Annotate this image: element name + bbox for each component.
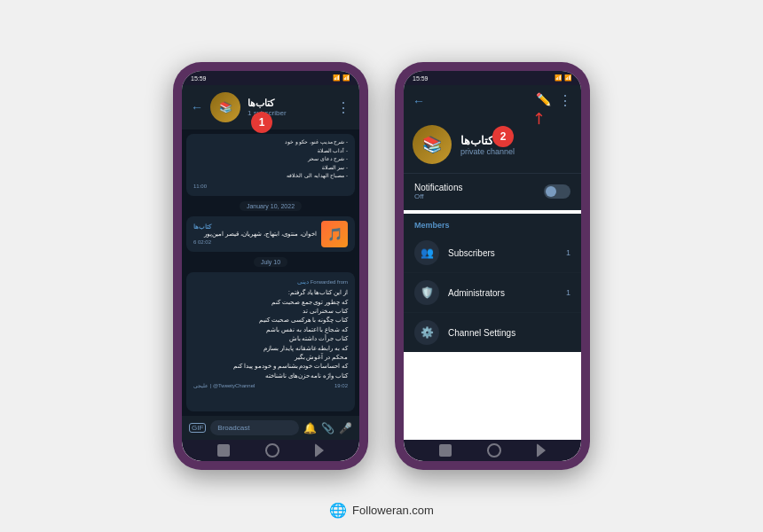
menu-icon-right[interactable]: ⋮ [558,92,572,109]
globe-icon: 🌐 [329,502,347,519]
channel-name-left: کتاب‌ها [248,98,329,109]
channel-avatar-left: 📚 [210,92,240,122]
nav-square[interactable] [217,444,230,457]
media-thumbnail: 🎵 [321,221,348,247]
msg-line: - مصباح الهدایه الی الخلافه [193,172,348,181]
notifications-title: Notifications [414,183,462,192]
nav-triangle[interactable] [315,443,324,458]
settings-icon: ⚙️ [414,320,439,345]
members-section: Members 👥 Subscribers 1 🛡️ Administrator… [404,214,581,352]
subscribers-icon: 👥 [414,240,439,265]
mic-icon[interactable]: 🎤 [339,422,352,434]
channel-avatar-right: 📚 [413,125,452,164]
subscribers-label: Subscribers [448,248,557,258]
admin-icon: 🛡️ [414,280,439,305]
edit-icon[interactable]: ✏️ [536,92,551,109]
members-header: Members [404,214,581,233]
forwarded-message: Forwarded from دینی از این کتاب‌ها یاد گ… [186,272,355,411]
msg-line: - آداب الصلاة [193,147,348,156]
right-nav-bar [404,440,581,461]
chat-menu-button[interactable]: ⋮ [336,99,350,116]
msg-footer-channel: علیجی | @TweetyChannel [193,382,255,391]
nav-circle[interactable] [265,443,279,458]
forward-from: دینی [297,278,309,285]
settings-label: Channel Settings [448,328,515,338]
left-phone: 1 15:59 📶 📶 ← 📚 کتاب‌ها 1 subscriber ⋮ [173,62,368,470]
nav-triangle-right[interactable] [537,443,546,458]
back-button[interactable]: ← [191,100,203,114]
notifications-row[interactable]: Notifications Off [404,174,581,210]
signal-icons-right: 📶 📶 [555,74,572,82]
broadcast-placeholder: Broadcast [217,424,249,432]
footer-domain: Followeran.com [352,504,434,517]
subscribers-count: 1 [566,248,570,257]
media-caption: اخوان، منتوی، ابتهاج، شهریان، قیصر امین‌… [193,231,317,238]
signal-icons: 📶 📶 [333,74,350,82]
media-time: 6 02:02 [193,239,317,245]
time-left: 15:59 [191,75,207,82]
header-icons: ✏️ ⋮ [536,92,572,109]
bell-icon[interactable]: 🔔 [303,422,317,434]
msg-line: - شرح دعای سحر [193,155,348,164]
gif-button[interactable]: GIF [189,423,206,433]
chat-input-bar: GIF Broadcast 🔔 📎 🎤 [182,416,359,440]
admin-label: Administrators [448,288,557,298]
back-button-right[interactable]: ← [413,94,425,108]
notifications-toggle[interactable] [544,184,570,199]
nav-circle-right[interactable] [487,443,501,458]
notifications-info: Notifications Off [414,183,462,200]
forwarded-text: از این کتاب‌ها یاد گرفتم: که چطور توی جم… [193,288,348,380]
date-sep-2: July 10 [254,257,287,267]
footer: 🌐 Followeran.com [329,502,434,519]
attach-icon[interactable]: 📎 [321,422,334,434]
forward-label: Forwarded from دینی [193,277,348,287]
msg-time-1: 11:00 [193,183,348,192]
subscribers-row[interactable]: 👥 Subscribers 1 [404,233,581,273]
admin-count: 1 [566,288,570,297]
date-sep-1: January 10, 2022 [240,201,302,211]
right-statusbar: 15:59 📶 📶 [404,71,581,85]
media-message: کتاب‌ها اخوان، منتوی، ابتهاج، شهریان، قی… [186,216,355,252]
nav-square-right[interactable] [439,444,452,457]
time-right: 15:59 [413,75,429,82]
channel-type: private channel [460,147,515,156]
info-header: ← ✏️ ⋮ [404,85,581,116]
msg-line: - سز الصلاة [193,164,348,173]
msg-line: - شرح مدیپ غنو، حکو و خود [193,138,348,147]
left-statusbar: 15:59 📶 📶 [182,71,359,85]
notifications-status: Off [414,192,462,200]
annotation-1: 1 [251,112,272,133]
right-phone: 2 ↗ 15:59 📶 📶 ← ✏️ ⋮ 📚 کتاب‌ها [395,62,590,470]
message-list: - شرح مدیپ غنو، حکو و خود - آداب الصلاة … [186,134,355,196]
broadcast-input[interactable]: Broadcast [210,420,299,435]
left-nav-bar [182,440,359,461]
annotation-2: 2 [492,126,514,147]
chat-messages: - شرح مدیپ غنو، حکو و خود - آداب الصلاة … [182,129,359,416]
channel-tag: کتاب‌ها [193,223,317,231]
administrators-row[interactable]: 🛡️ Administrators 1 [404,273,581,313]
msg-footer-time: 19:02 [334,382,348,391]
channel-settings-row[interactable]: ⚙️ Channel Settings [404,313,581,352]
channel-profile: 📚 کتاب‌ها private channel [404,116,581,174]
